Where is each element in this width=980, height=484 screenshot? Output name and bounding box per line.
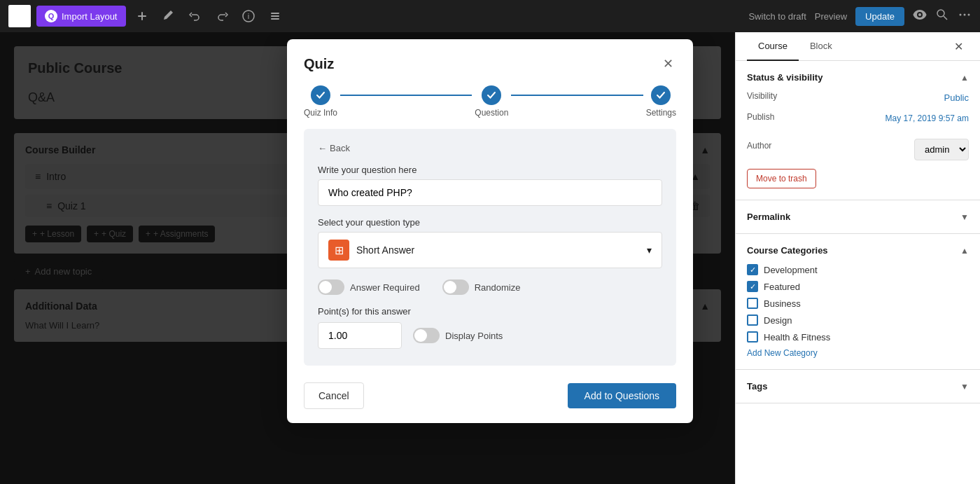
tab-course[interactable]: Course (747, 32, 799, 61)
category-health-fitness-checkbox[interactable] (747, 331, 758, 343)
category-featured: ✓ Featured (747, 281, 969, 292)
add-new-category-link[interactable]: Add New Category (747, 348, 969, 358)
svg-point-12 (964, 14, 966, 16)
modal-close-button[interactable]: ✕ (660, 53, 676, 74)
display-points-toggle-item: Display Points (413, 328, 503, 343)
status-visibility-title: Status & visibility (747, 72, 822, 83)
permalink-header[interactable]: Permalink ▼ (747, 212, 969, 222)
back-button[interactable]: ← Back (318, 143, 350, 153)
tab-block[interactable]: Block (799, 32, 844, 61)
visibility-label: Visibility (747, 91, 777, 101)
svg-rect-6 (271, 13, 279, 14)
right-panel-tabs: Course Block ✕ (736, 32, 980, 61)
step-question: Question (475, 85, 508, 118)
publish-label: Publish (747, 112, 774, 122)
switch-to-draft-button[interactable]: Switch to draft (748, 11, 806, 22)
category-business-checkbox[interactable] (747, 298, 758, 309)
author-select[interactable]: admin (914, 139, 969, 160)
modal-header: Quiz ✕ (287, 39, 693, 74)
list-button[interactable] (265, 6, 286, 27)
svg-line-10 (944, 16, 947, 20)
visibility-field: Visibility Public (747, 91, 969, 104)
course-categories-section: Course Categories ▲ ✓ Development ✓ Feat… (736, 234, 980, 370)
checkmark-icon-2: ✓ (750, 282, 756, 291)
modal-inner-panel: ← Back Write your question here Select y… (304, 129, 676, 366)
search-button[interactable] (935, 8, 949, 25)
step3-circle (651, 85, 671, 105)
back-arrow-icon: ← (318, 143, 327, 153)
cancel-button[interactable]: Cancel (304, 382, 364, 409)
question-type-label: Select your question type (318, 217, 662, 228)
step-settings: Settings (646, 85, 676, 118)
question-input[interactable] (318, 179, 662, 206)
more-options-button[interactable] (958, 8, 972, 25)
undo-button[interactable] (185, 6, 206, 27)
answer-required-toggle[interactable] (318, 279, 344, 295)
add-to-questions-button[interactable]: Add to Questions (568, 383, 676, 408)
question-type-selector[interactable]: ⊞ Short Answer ▾ (318, 232, 662, 268)
category-design-label: Design (764, 315, 792, 326)
category-featured-checkbox[interactable]: ✓ (747, 281, 758, 292)
categories-header[interactable]: Course Categories ▲ (747, 245, 969, 256)
display-points-toggle[interactable] (413, 328, 440, 343)
import-layout-button[interactable]: Q Import Layout (36, 6, 126, 27)
info-button[interactable]: i (238, 6, 259, 27)
points-input[interactable] (318, 322, 402, 349)
right-panel-close-button[interactable]: ✕ (948, 32, 969, 60)
checkmark-icon: ✓ (750, 265, 756, 275)
step1-label: Quiz Info (304, 108, 337, 118)
stepper: Quiz Info Question Settings (287, 74, 693, 129)
svg-point-13 (968, 14, 970, 16)
update-button[interactable]: Update (855, 7, 904, 26)
tags-section: Tags ▼ (736, 370, 980, 403)
category-design: Design (747, 314, 969, 326)
quiz-modal: Quiz ✕ Quiz Info Question Settings ← (287, 39, 693, 423)
short-answer-icon: ⊞ (328, 240, 349, 261)
move-to-trash-button[interactable]: Move to trash (747, 169, 816, 188)
add-block-button[interactable] (132, 6, 153, 27)
permalink-title: Permalink (747, 212, 790, 222)
points-row: Display Points (318, 322, 662, 349)
svg-rect-8 (271, 18, 279, 20)
category-design-checkbox[interactable] (747, 314, 758, 326)
category-featured-label: Featured (764, 282, 800, 292)
category-health-fitness: Health & Fitness (747, 331, 969, 343)
categories-chevron: ▲ (960, 246, 969, 256)
svg-text:W: W (16, 13, 24, 21)
permalink-section: Permalink ▼ (736, 200, 980, 234)
svg-text:i: i (247, 12, 248, 20)
preview-button[interactable]: Preview (815, 11, 847, 22)
category-business: Business (747, 298, 969, 309)
category-business-label: Business (764, 298, 801, 309)
qt-left: ⊞ Short Answer (328, 240, 414, 261)
answer-required-label: Answer Required (350, 282, 420, 293)
toggle-knob-1 (319, 281, 332, 293)
step-line-1 (340, 95, 472, 96)
category-development-checkbox[interactable]: ✓ (747, 264, 758, 275)
modal-title: Quiz (304, 56, 334, 72)
randomize-label: Randomize (475, 282, 521, 293)
author-label: Author (747, 141, 771, 151)
svg-point-9 (937, 10, 944, 17)
randomize-toggle[interactable] (442, 279, 469, 295)
redo-button[interactable] (211, 6, 232, 27)
toggle-row: Answer Required Randomize (318, 279, 662, 295)
status-visibility-header[interactable]: Status & visibility ▲ (747, 72, 969, 83)
edit-button[interactable] (158, 6, 179, 27)
topbar-right: Switch to draft Preview Update (748, 7, 972, 26)
points-label: Point(s) for this answer (318, 306, 662, 317)
points-section: Point(s) for this answer Display Points (318, 306, 662, 349)
svg-rect-7 (271, 15, 279, 17)
modal-footer: Cancel Add to Questions (287, 382, 693, 423)
tags-header[interactable]: Tags ▼ (747, 381, 969, 392)
category-health-fitness-label: Health & Fitness (764, 332, 830, 343)
publish-value[interactable]: May 17, 2019 9:57 am (886, 113, 969, 123)
svg-rect-3 (141, 12, 143, 20)
step-quiz-info: Quiz Info (304, 85, 337, 118)
visibility-value[interactable]: Public (944, 92, 969, 103)
author-field: Author admin Move to trash (747, 133, 969, 188)
settings-button[interactable] (913, 8, 927, 25)
permalink-chevron: ▼ (960, 212, 969, 222)
step2-circle (482, 85, 501, 105)
categories-list: ✓ Development ✓ Featured Business (747, 264, 969, 358)
